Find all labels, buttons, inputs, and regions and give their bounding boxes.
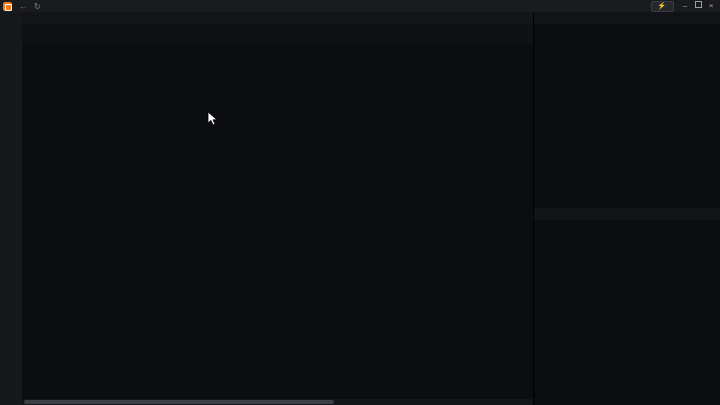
minute-chart[interactable] [534,24,720,208]
app-logo [3,2,12,11]
daily-kline-chart[interactable] [534,220,720,405]
close-button[interactable]: × [705,0,717,12]
quick-trade-button[interactable]: ⚡ [651,1,674,12]
back-icon[interactable]: ← [16,2,30,11]
quotes-table [22,43,533,399]
minimize-button[interactable]: – [679,0,691,12]
lightning-icon: ⚡ [657,2,666,10]
minute-chart-header [534,12,720,24]
chart-panel [533,12,720,405]
horizontal-scrollbar[interactable] [22,399,533,405]
titlebar: ← ↻ ⚡ – × [0,0,720,12]
left-sidebar [0,12,22,405]
scrollbar-thumb[interactable] [24,400,334,404]
refresh-icon[interactable]: ↻ [31,2,44,11]
market-tabs-row [22,12,533,24]
daily-chart-header [534,208,720,220]
table-header [22,34,533,43]
quotes-area [22,12,533,405]
sector-tabs-row [22,24,533,34]
restore-button[interactable] [692,0,704,12]
